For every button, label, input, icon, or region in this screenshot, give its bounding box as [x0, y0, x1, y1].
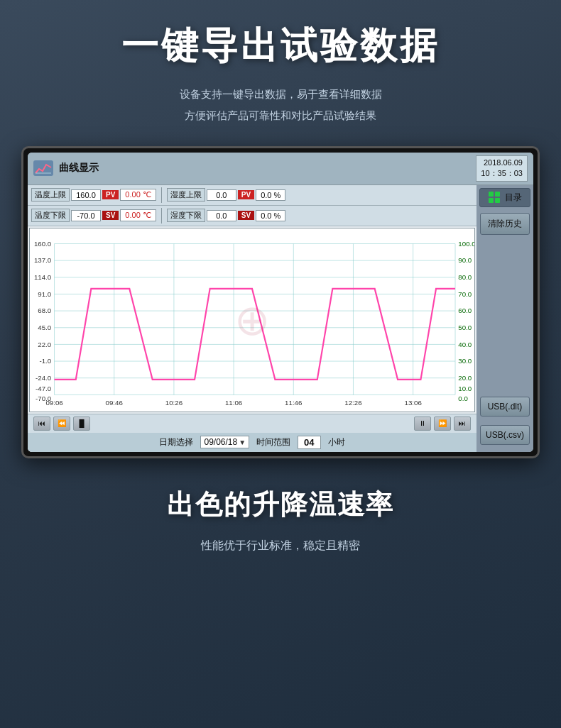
svg-text:160.0: 160.0 — [34, 240, 52, 248]
forward-button[interactable]: ⏩ — [434, 417, 451, 431]
temp-upper-reading: 0.00 ℃ — [120, 189, 156, 201]
green-dot-2 — [495, 192, 500, 197]
green-dot-3 — [489, 198, 494, 203]
humidity-lower-label: 湿度下限 — [167, 209, 205, 222]
rewind-button[interactable]: ⏪ — [53, 417, 70, 431]
temp-lower-group: 温度下限 -70.0 SV 0.00 ℃ — [31, 209, 156, 222]
temp-upper-value: 160.0 — [71, 189, 101, 201]
temp-lower-label: 温度下限 — [31, 209, 70, 222]
skip-start-button[interactable]: ⏮ — [33, 417, 50, 431]
svg-text:91.0: 91.0 — [38, 289, 52, 297]
temp-lower-reading: 0.00 ℃ — [120, 209, 156, 221]
humidity-lower-reading: 0.0 % — [256, 210, 285, 221]
svg-text:22.0: 22.0 — [38, 340, 52, 348]
svg-text:10:26: 10:26 — [165, 399, 183, 407]
temp-lower-sv: SV — [102, 211, 119, 220]
green-dot-1 — [489, 192, 494, 197]
svg-text:30.0: 30.0 — [458, 357, 472, 365]
svg-text:13:06: 13:06 — [405, 399, 422, 407]
pause-button[interactable]: ⏸ — [414, 417, 431, 431]
date-row: 日期选择 09/06/18 ▼ 时间范围 04 小时 — [28, 433, 476, 452]
svg-text:09:46: 09:46 — [106, 399, 123, 407]
header-title: 曲线显示 — [59, 162, 99, 175]
temp-upper-pv: PV — [102, 190, 119, 199]
date-select[interactable]: 09/06/18 ▼ — [200, 436, 249, 448]
menu-label: 目录 — [505, 192, 522, 204]
menu-icon — [489, 192, 500, 203]
content-area: 温度上限 160.0 PV 0.00 ℃ 湿度上限 0.0 PV 0.0 % — [28, 185, 533, 452]
svg-text:114.0: 114.0 — [34, 273, 52, 281]
temp-upper-label: 温度上限 — [31, 188, 70, 202]
humidity-lower-sv: SV — [238, 211, 254, 220]
humidity-upper-value: 0.0 — [207, 189, 236, 201]
playback-right[interactable]: ⏸ ⏩ ⏭ — [414, 417, 471, 431]
playback-bar: ⏮ ⏪ ▐▌ ⏸ ⏩ ⏭ — [28, 414, 476, 433]
device-screen: 曲线显示 2018.06.09 10：35：03 温度上限 160.0 PV 0… — [21, 146, 540, 458]
svg-text:-1.0: -1.0 — [39, 357, 51, 365]
svg-text:20.0: 20.0 — [458, 374, 472, 382]
date-dropdown-arrow[interactable]: ▼ — [239, 439, 246, 446]
step-button[interactable]: ▐▌ — [73, 417, 90, 431]
humidity-upper-reading: 0.0 % — [256, 189, 285, 201]
svg-rect-0 — [33, 160, 53, 176]
svg-text:0.0: 0.0 — [458, 395, 468, 402]
watermark: ⊕ — [234, 295, 270, 345]
controls-row-2: 温度下限 -70.0 SV 0.00 ℃ 湿度下限 0.0 SV 0.0 % — [28, 206, 476, 226]
chart-icon — [33, 160, 53, 176]
svg-text:-24.0: -24.0 — [36, 374, 52, 382]
screen-inner: 曲线显示 2018.06.09 10：35：03 温度上限 160.0 PV 0… — [28, 153, 533, 452]
time-value: 04 — [298, 436, 320, 449]
header-left: 曲线显示 — [33, 160, 99, 176]
svg-text:137.0: 137.0 — [34, 256, 52, 264]
section2-subtitle: 性能优于行业标准，稳定且精密 — [201, 534, 360, 557]
header-bar: 曲线显示 2018.06.09 10：35：03 — [28, 153, 533, 185]
humidity-lower-group: 湿度下限 0.0 SV 0.0 % — [167, 209, 285, 222]
controls-row-1: 温度上限 160.0 PV 0.00 ℃ 湿度上限 0.0 PV 0.0 % — [28, 185, 476, 206]
playback-left[interactable]: ⏮ ⏪ ▐▌ — [33, 417, 90, 431]
date-select-label: 日期选择 — [159, 436, 193, 448]
separator1 — [161, 187, 162, 203]
green-dot-4 — [495, 198, 500, 203]
separator2 — [161, 208, 162, 224]
svg-text:100.0: 100.0 — [458, 240, 474, 248]
temp-upper-group: 温度上限 160.0 PV 0.00 ℃ — [31, 188, 156, 202]
temp-lower-value: -70.0 — [71, 210, 101, 221]
menu-button[interactable]: 目录 — [479, 188, 530, 207]
humidity-upper-pv: PV — [238, 190, 254, 199]
svg-text:50.0: 50.0 — [458, 324, 472, 331]
svg-text:11:46: 11:46 — [285, 399, 302, 407]
section2-title: 出色的升降温速率 — [167, 487, 394, 523]
skip-end-button[interactable]: ⏭ — [454, 417, 471, 431]
humidity-upper-group: 湿度上限 0.0 PV 0.0 % — [167, 188, 285, 202]
svg-text:11:06: 11:06 — [225, 399, 242, 407]
svg-text:70.0: 70.0 — [458, 289, 472, 297]
svg-text:-47.0: -47.0 — [36, 385, 52, 392]
time-unit: 小时 — [328, 436, 345, 448]
humidity-upper-label: 湿度上限 — [167, 188, 205, 202]
time-range-label: 时间范围 — [256, 436, 290, 448]
clear-history-button[interactable]: 清除历史 — [480, 213, 530, 235]
svg-text:09:06: 09:06 — [45, 399, 62, 407]
svg-text:68.0: 68.0 — [38, 307, 52, 314]
usb-csv-button[interactable]: USB(.csv) — [480, 425, 530, 445]
svg-text:80.0: 80.0 — [458, 273, 472, 281]
chart-area: ⊕ — [29, 228, 475, 412]
svg-text:60.0: 60.0 — [458, 307, 472, 314]
main-title: 一键导出试验数据 — [121, 21, 440, 71]
sidebar: 目录 清除历史 USB(.dlt) USB(.csv) — [476, 185, 533, 452]
svg-text:45.0: 45.0 — [38, 324, 52, 331]
svg-text:12:26: 12:26 — [344, 399, 361, 407]
subtitle: 设备支持一键导出数据，易于查看详细数据 方便评估产品可靠性和对比产品试验结果 — [180, 84, 382, 126]
header-datetime: 2018.06.09 10：35：03 — [476, 155, 528, 182]
svg-text:10.0: 10.0 — [458, 385, 472, 392]
svg-text:90.0: 90.0 — [458, 256, 472, 264]
usb-dlt-button[interactable]: USB(.dlt) — [480, 397, 530, 417]
svg-text:40.0: 40.0 — [458, 340, 472, 348]
chart-section: 温度上限 160.0 PV 0.00 ℃ 湿度上限 0.0 PV 0.0 % — [28, 185, 476, 452]
humidity-lower-value: 0.0 — [207, 210, 236, 221]
